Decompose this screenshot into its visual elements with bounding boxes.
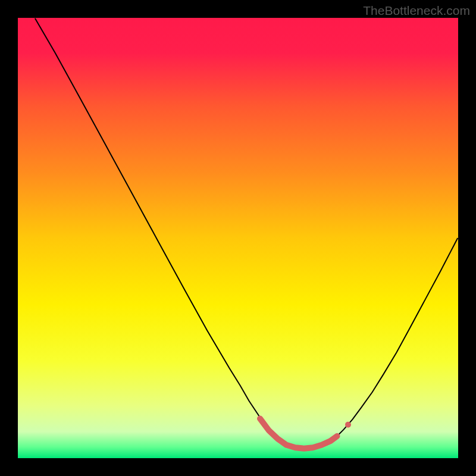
plot-background	[18, 18, 458, 458]
optimal-range-dot	[345, 422, 351, 428]
bottleneck-chart	[0, 0, 476, 476]
watermark-text: TheBottleneck.com	[363, 4, 470, 18]
chart-container: TheBottleneck.com	[0, 0, 476, 476]
